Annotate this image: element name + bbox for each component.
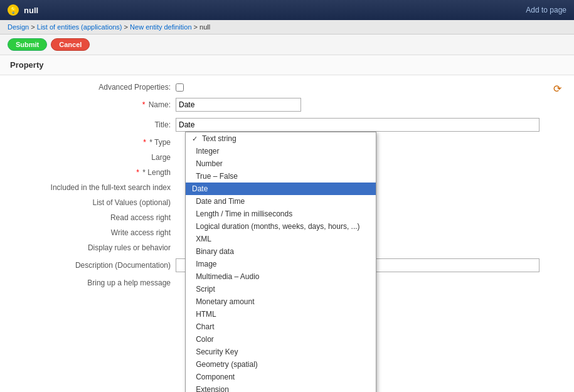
advanced-properties-row: Advanced Properties: [0,82,574,93]
refresh-icon[interactable]: ⟳ [553,83,561,95]
large-label: Large [0,153,176,162]
dropdown-item-label: Multimedia – Audio [196,272,259,281]
dropdown-item-label: XML [196,235,211,243]
dropdown-item[interactable]: True – False [186,170,376,183]
dropdown-item[interactable]: Component [186,371,376,383]
header-left: 💡 null [8,4,38,16]
dropdown-item-label: Image [196,260,216,268]
description-label: Description (Documentation) [0,261,176,270]
fulltext-label: Included in the full-text search index [0,183,176,192]
form-area: ⟳ Advanced Properties: * Name: Title: [0,75,574,299]
dropdown-item-label: Monetary amount [196,297,254,306]
content-wrapper: Property ⟳ Advanced Properties: * Name: … [0,55,574,392]
dropdown-item-label: HTML [196,310,216,319]
dropdown-item-label: Geometry (spatial) [196,360,258,369]
dropdown-item[interactable]: Date and Time [186,195,376,208]
dropdown-item[interactable]: Integer [186,145,376,157]
toolbar: Submit Cancel [0,34,574,55]
dropdown-item[interactable]: Chart [186,320,376,333]
breadcrumb-list-entities[interactable]: List of entities (applications) [37,23,122,31]
advanced-properties-label: Advanced Properties: [0,83,176,92]
type-label: * * Type [0,138,176,147]
title-row: Title: [0,117,574,133]
dropdown-item-label: Number [196,159,223,168]
dropdown-item-label: Binary data [196,247,234,256]
dropdown-item[interactable]: XML [186,233,376,245]
header: 💡 null Add to page [0,0,574,20]
dropdown-item[interactable]: Color [186,333,376,346]
dropdown-item[interactable]: Geometry (spatial) [186,358,376,371]
app-title: null [24,6,38,15]
breadcrumb-null: null [199,23,210,31]
list-values-label: List of Values (optional) [0,198,176,207]
dropdown-item-label: True – False [196,172,238,181]
dropdown-item[interactable]: Extension [186,383,376,392]
read-access-label: Read access right [0,213,176,222]
dropdown-item-label: Logical duration (months, weeks, days, h… [196,222,359,231]
type-dropdown[interactable]: ✓Text string Integer Number True – False… [185,132,376,392]
dropdown-item-label: Length / Time in milliseconds [196,209,292,218]
breadcrumb: Design > List of entities (applications)… [0,20,574,34]
dropdown-item-label: Component [196,373,235,381]
dropdown-item[interactable]: HTML [186,308,376,320]
dropdown-item[interactable]: ✓Text string [186,132,376,145]
dropdown-item-label: Color [196,335,214,344]
dropdown-item-label: Security Key [196,347,238,356]
name-row: * Name: [0,97,574,113]
dropdown-item-label: Date [192,184,208,193]
write-access-label: Write access right [0,228,176,237]
length-label: * * Length [0,168,176,177]
main-content: Property ⟳ Advanced Properties: * Name: … [0,55,574,299]
name-label: * Name: [0,100,176,109]
add-to-page-link[interactable]: Add to page [526,6,566,14]
dropdown-item[interactable]: Security Key [186,346,376,358]
breadcrumb-design[interactable]: Design [8,23,29,31]
section-property-title: Property [0,55,574,75]
breadcrumb-new-entity[interactable]: New entity definition [130,23,191,31]
display-rules-label: Display rules or behavior [0,243,176,252]
dropdown-item-label: Extension [196,385,229,392]
dropdown-item[interactable]: Monetary amount [186,295,376,308]
dropdown-item[interactable]: Image [186,258,376,270]
advanced-properties-checkbox[interactable] [176,83,184,92]
submit-button[interactable]: Submit [8,38,47,51]
dropdown-item[interactable]: Number [186,157,376,170]
dropdown-item-label: Integer [196,147,219,156]
dropdown-item-label: Chart [196,322,214,331]
dropdown-item-label: Script [196,285,215,294]
dropdown-item-label: Text string [202,134,237,143]
dropdown-item-label: Date and Time [196,197,245,206]
dropdown-item[interactable]: Binary data [186,245,376,258]
checkmark-icon: ✓ [192,135,199,143]
title-label: Title: [0,120,176,129]
name-input[interactable] [176,98,301,112]
help-message-label: Bring up a help message [0,278,176,287]
title-input[interactable] [176,118,539,132]
bulb-icon: 💡 [8,4,19,16]
dropdown-item[interactable]: Multimedia – Audio [186,270,376,283]
dropdown-item[interactable]: Length / Time in milliseconds [186,208,376,220]
cancel-button[interactable]: Cancel [51,38,90,51]
dropdown-item[interactable]: Script [186,283,376,295]
dropdown-item[interactable]: Date [186,183,376,195]
dropdown-item[interactable]: Logical duration (months, weeks, days, h… [186,220,376,233]
